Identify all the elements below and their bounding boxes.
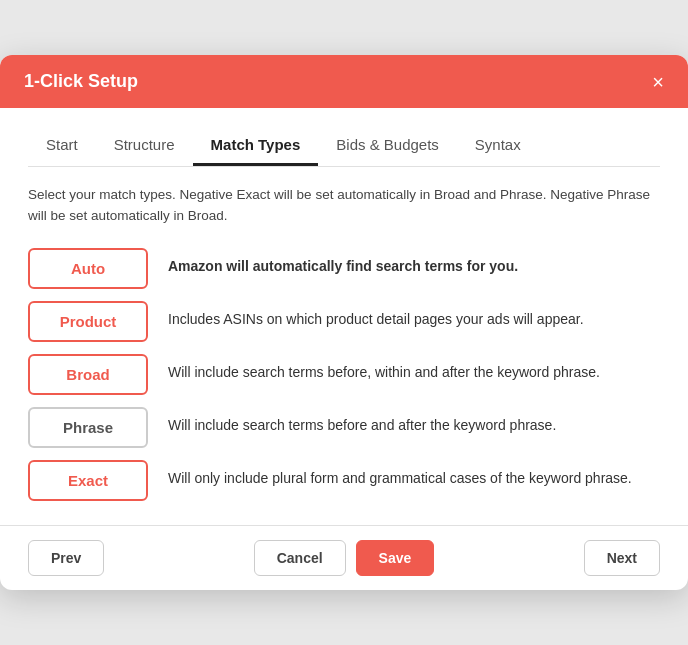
modal-title: 1-Click Setup [24,71,138,92]
prev-button[interactable]: Prev [28,540,104,576]
match-desc-product: Includes ASINs on which product detail p… [168,301,584,330]
match-item-exact: ExactWill only include plural form and g… [28,460,660,501]
tab-bids-budgets[interactable]: Bids & Budgets [318,126,457,166]
match-desc-auto: Amazon will automatically find search te… [168,248,518,277]
modal: 1-Click Setup × StartStructureMatch Type… [0,55,688,590]
match-btn-exact[interactable]: Exact [28,460,148,501]
match-btn-auto[interactable]: Auto [28,248,148,289]
match-item-auto: AutoAmazon will automatically find searc… [28,248,660,289]
close-button[interactable]: × [652,72,664,92]
match-btn-product[interactable]: Product [28,301,148,342]
footer-center: Cancel Save [254,540,435,576]
modal-body: StartStructureMatch TypesBids & BudgetsS… [0,108,688,501]
match-btn-phrase[interactable]: Phrase [28,407,148,448]
match-item-product: ProductIncludes ASINs on which product d… [28,301,660,342]
match-desc-exact: Will only include plural form and gramma… [168,460,632,489]
next-button[interactable]: Next [584,540,660,576]
tab-start[interactable]: Start [28,126,96,166]
tab-match-types[interactable]: Match Types [193,126,319,166]
save-button[interactable]: Save [356,540,435,576]
tab-nav: StartStructureMatch TypesBids & BudgetsS… [28,108,660,167]
match-desc-broad: Will include search terms before, within… [168,354,600,383]
description-text: Select your match types. Negative Exact … [28,185,660,226]
modal-header: 1-Click Setup × [0,55,688,108]
cancel-button[interactable]: Cancel [254,540,346,576]
modal-footer: Prev Cancel Save Next [0,525,688,590]
match-item-broad: BroadWill include search terms before, w… [28,354,660,395]
tab-syntax[interactable]: Syntax [457,126,539,166]
tab-structure[interactable]: Structure [96,126,193,166]
match-desc-phrase: Will include search terms before and aft… [168,407,556,436]
footer-left: Prev [28,540,104,576]
match-type-list: AutoAmazon will automatically find searc… [28,248,660,501]
match-item-phrase: PhraseWill include search terms before a… [28,407,660,448]
match-btn-broad[interactable]: Broad [28,354,148,395]
footer-right: Next [584,540,660,576]
